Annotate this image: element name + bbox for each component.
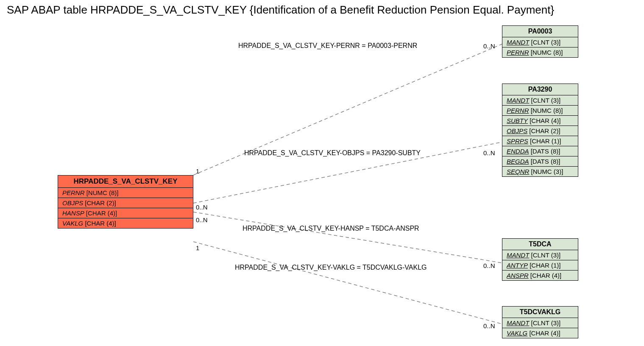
entity-field: SEQNR [NUMC (3)] [502,167,578,176]
cardinality-right-2: 0..N [483,149,495,156]
cardinality-left-1: 1 [196,167,199,175]
cardinality-left-3: 0..N [196,216,208,223]
entity-field: BEGDA [DATS (8)] [502,156,578,167]
entity-field: ANSPR [CHAR (4)] [502,271,578,280]
entity-main: HRPADDE_S_VA_CLSTV_KEY PERNR [NUMC (8)] … [58,175,193,229]
entity-pa0003: PA0003 MANDT [CLNT (3)] PERNR [NUMC (8)] [502,25,578,58]
entity-header: T5DCVAKLG [502,307,578,318]
entity-t5dcvaklg: T5DCVAKLG MANDT [CLNT (3)] VAKLG [CHAR (… [502,306,578,338]
entity-header: T5DCA [502,239,578,250]
entity-field: MANDT [CLNT (3)] [502,250,578,260]
entity-field: VAKLG [CHAR (4)] [58,218,193,228]
entity-field: PERNR [NUMC (8)] [502,106,578,116]
svg-line-3 [193,242,502,324]
cardinality-left-4: 1 [196,244,199,251]
relation-label-2: HRPADDE_S_VA_CLSTV_KEY-OBJPS = PA3290-SU… [244,149,421,157]
cardinality-right-3: 0..N [483,262,495,269]
svg-line-2 [193,212,502,263]
entity-field: MANDT [CLNT (3)] [502,318,578,328]
relation-label-3: HRPADDE_S_VA_CLSTV_KEY-HANSP = T5DCA-ANS… [243,225,419,232]
cardinality-right-1: 0..N [483,42,495,50]
entity-field: PERNR [NUMC (8)] [58,188,193,198]
entity-field: SPRPS [CHAR (1)] [502,136,578,146]
entity-field: ANTYP [CHAR (1)] [502,260,578,271]
cardinality-right-4: 0..N [483,322,495,329]
entity-field: PERNR [NUMC (8)] [502,47,578,57]
entity-field: SUBTY [CHAR (4)] [502,116,578,126]
entity-field: OBJPS [CHAR (2)] [58,198,193,208]
cardinality-left-2: 0..N [196,204,208,211]
entity-pa3290: PA3290 MANDT [CLNT (3)] PERNR [NUMC (8)]… [502,84,578,177]
entity-field: OBJPS [CHAR (2)] [502,126,578,136]
entity-field: HANSP [CHAR (4)] [58,208,193,218]
entity-field: ENDDA [DATS (8)] [502,146,578,156]
relation-label-1: HRPADDE_S_VA_CLSTV_KEY-PERNR = PA0003-PE… [238,42,417,50]
relation-label-4: HRPADDE_S_VA_CLSTV_KEY-VAKLG = T5DCVAKLG… [235,264,427,271]
entity-header: PA3290 [502,84,578,95]
diagram-title: SAP ABAP table HRPADDE_S_VA_CLSTV_KEY {I… [7,3,554,17]
entity-main-header: HRPADDE_S_VA_CLSTV_KEY [58,176,193,188]
entity-field: VAKLG [CHAR (4)] [502,328,578,338]
entity-field: MANDT [CLNT (3)] [502,95,578,106]
entity-field: MANDT [CLNT (3)] [502,37,578,47]
entity-header: PA0003 [502,26,578,37]
entity-t5dca: T5DCA MANDT [CLNT (3)] ANTYP [CHAR (1)] … [502,238,578,281]
